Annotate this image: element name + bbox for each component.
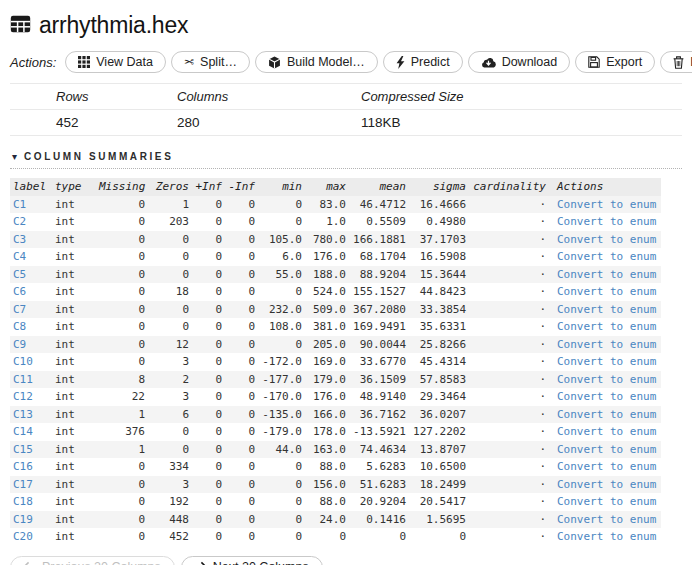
- convert-to-enum-link[interactable]: Convert to enum: [557, 355, 656, 368]
- cell-cardinality: ·: [469, 406, 549, 424]
- cell-missing: 0: [96, 248, 148, 266]
- cell-mean: 48.9140: [349, 388, 409, 406]
- cell-max: 163.0: [305, 441, 349, 459]
- column-label-link[interactable]: C19: [13, 513, 33, 526]
- column-header-mean: mean: [349, 178, 409, 196]
- convert-to-enum-link[interactable]: Convert to enum: [557, 303, 656, 316]
- cloud-download-icon: [481, 56, 496, 68]
- convert-to-enum-link[interactable]: Convert to enum: [557, 215, 656, 228]
- cell-sigma: 13.8707: [409, 441, 469, 459]
- column-label-link[interactable]: C6: [13, 285, 26, 298]
- table-row: C8int0000108.0381.0169.949135.6331·Conve…: [10, 318, 661, 336]
- cell-sigma: 10.6500: [409, 458, 469, 476]
- convert-to-enum-link[interactable]: Convert to enum: [557, 513, 656, 526]
- cell-type: int: [52, 441, 96, 459]
- cell-zeros: 3: [148, 353, 192, 371]
- convert-to-enum-link[interactable]: Convert to enum: [557, 478, 656, 491]
- column-label-link[interactable]: C16: [13, 460, 33, 473]
- cell-pos_inf: 0: [192, 423, 225, 441]
- cell-max: 88.0: [305, 458, 349, 476]
- cell-zeros: 448: [148, 511, 192, 529]
- convert-to-enum-link[interactable]: Convert to enum: [557, 408, 656, 421]
- convert-to-enum-link[interactable]: Convert to enum: [557, 373, 656, 386]
- cell-action: Convert to enum: [549, 231, 661, 249]
- convert-to-enum-link[interactable]: Convert to enum: [557, 198, 656, 211]
- column-label-link[interactable]: C15: [13, 443, 33, 456]
- table-row: C14int376000-179.0178.0-13.5921127.2202·…: [10, 423, 661, 441]
- cell-pos_inf: 0: [192, 371, 225, 389]
- column-label-link[interactable]: C7: [13, 303, 26, 316]
- column-label-link[interactable]: C8: [13, 320, 26, 333]
- convert-to-enum-link[interactable]: Convert to enum: [557, 268, 656, 281]
- convert-to-enum-link[interactable]: Convert to enum: [557, 233, 656, 246]
- cell-sigma: 29.3464: [409, 388, 469, 406]
- delete-button[interactable]: Delete: [660, 51, 692, 73]
- column-label-link[interactable]: C12: [13, 390, 33, 403]
- column-label-link[interactable]: C13: [13, 408, 33, 421]
- convert-to-enum-link[interactable]: Convert to enum: [557, 425, 656, 438]
- table-row: C6int018000524.0155.152744.8423·Convert …: [10, 283, 661, 301]
- cell-type: int: [52, 301, 96, 319]
- build-model-button[interactable]: Build Model…: [255, 51, 378, 73]
- column-label-link[interactable]: C17: [13, 478, 33, 491]
- column-label-link[interactable]: C4: [13, 250, 26, 263]
- next-columns-button[interactable]: Next 20 Columns: [181, 556, 323, 565]
- split-button[interactable]: ✂ Split…: [171, 51, 250, 73]
- column-label-link[interactable]: C11: [13, 373, 33, 386]
- column-label-link[interactable]: C3: [13, 233, 26, 246]
- cell-mean: 74.4634: [349, 441, 409, 459]
- cell-cardinality: ·: [469, 318, 549, 336]
- table-row: C20int0452000000·Convert to enum: [10, 528, 661, 546]
- cell-cardinality: ·: [469, 493, 549, 511]
- convert-to-enum-link[interactable]: Convert to enum: [557, 460, 656, 473]
- table-row: C11int8200-177.0179.036.150957.8583·Conv…: [10, 371, 661, 389]
- cell-missing: 376: [96, 423, 148, 441]
- view-data-button[interactable]: View Data: [65, 51, 166, 73]
- table-row: C18int019200088.020.920420.5417·Convert …: [10, 493, 661, 511]
- cell-sigma: 25.8266: [409, 336, 469, 354]
- cell-zeros: 0: [148, 231, 192, 249]
- column-label-link[interactable]: C9: [13, 338, 26, 351]
- download-button[interactable]: Download: [468, 51, 571, 73]
- convert-to-enum-link[interactable]: Convert to enum: [557, 495, 656, 508]
- column-label-link[interactable]: C5: [13, 268, 26, 281]
- predict-button[interactable]: Predict: [383, 51, 463, 73]
- convert-to-enum-link[interactable]: Convert to enum: [557, 530, 656, 543]
- column-label-link[interactable]: C2: [13, 215, 26, 228]
- convert-to-enum-link[interactable]: Convert to enum: [557, 285, 656, 298]
- cell-label: C6: [10, 283, 52, 301]
- export-button[interactable]: Export: [575, 51, 655, 73]
- cell-type: int: [52, 318, 96, 336]
- column-header-action: Actions: [549, 178, 661, 196]
- cell-action: Convert to enum: [549, 476, 661, 494]
- cell-label: C10: [10, 353, 52, 371]
- convert-to-enum-link[interactable]: Convert to enum: [557, 338, 656, 351]
- convert-to-enum-link[interactable]: Convert to enum: [557, 320, 656, 333]
- column-label-link[interactable]: C14: [13, 425, 33, 438]
- cell-mean: 20.9204: [349, 493, 409, 511]
- cell-sigma: 35.6331: [409, 318, 469, 336]
- cell-neg_inf: 0: [225, 336, 258, 354]
- column-header-neg_inf: -Inf: [225, 178, 258, 196]
- cell-label: C13: [10, 406, 52, 424]
- cell-max: 83.0: [305, 196, 349, 214]
- column-label-link[interactable]: C20: [13, 530, 33, 543]
- column-label-link[interactable]: C10: [13, 355, 33, 368]
- previous-columns-button[interactable]: Previous 20 Columns: [10, 556, 175, 565]
- column-label-link[interactable]: C1: [13, 198, 26, 211]
- cell-mean: 36.1509: [349, 371, 409, 389]
- cell-min: 0: [258, 493, 305, 511]
- convert-to-enum-link[interactable]: Convert to enum: [557, 250, 656, 263]
- cell-label: C9: [10, 336, 52, 354]
- column-label-link[interactable]: C18: [13, 495, 33, 508]
- cell-pos_inf: 0: [192, 493, 225, 511]
- cell-cardinality: ·: [469, 423, 549, 441]
- column-summaries-section-toggle[interactable]: ▾ COLUMN SUMMARIES: [10, 151, 682, 169]
- cell-action: Convert to enum: [549, 458, 661, 476]
- next-columns-label: Next 20 Columns: [213, 560, 309, 565]
- cell-zeros: 203: [148, 213, 192, 231]
- convert-to-enum-link[interactable]: Convert to enum: [557, 443, 656, 456]
- convert-to-enum-link[interactable]: Convert to enum: [557, 390, 656, 403]
- cell-zeros: 452: [148, 528, 192, 546]
- cell-type: int: [52, 266, 96, 284]
